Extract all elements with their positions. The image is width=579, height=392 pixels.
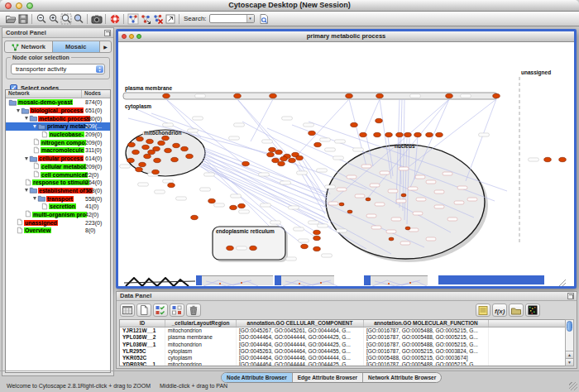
graph-node[interactable] <box>389 237 394 241</box>
tab-mosaic[interactable]: Mosaic <box>53 41 101 52</box>
zoom-fit-icon[interactable] <box>60 12 72 26</box>
graph-node[interactable] <box>301 244 309 248</box>
float-panel-icon[interactable] <box>104 30 111 36</box>
background-window-edge[interactable] <box>275 275 281 285</box>
tab-edge-attribute-browser[interactable]: Edge Attribute Browser <box>293 373 363 382</box>
graph-node[interactable] <box>493 93 500 98</box>
graph-node[interactable] <box>168 183 175 187</box>
new-attribute-button[interactable] <box>136 304 151 317</box>
scrollbar-thumb[interactable] <box>567 321 572 332</box>
view-maximize-button[interactable] <box>136 34 141 39</box>
background-window-edge[interactable] <box>364 275 371 285</box>
background-window-fragment[interactable] <box>371 275 428 285</box>
graph-node[interactable] <box>351 122 358 127</box>
graph-edge[interactable] <box>365 99 380 133</box>
plasma-membrane-region[interactable] <box>123 93 497 99</box>
color-attribute-dropdown[interactable]: transporter activity ▲▼ <box>11 64 105 74</box>
scroll-up-icon[interactable]: ▲ <box>566 351 573 358</box>
delete-attribute-button[interactable] <box>186 304 201 317</box>
graph-node[interactable] <box>154 158 161 162</box>
tree-row[interactable]: transport558(0) <box>6 194 110 203</box>
network-view-icon[interactable] <box>139 12 151 26</box>
graph-node[interactable] <box>181 146 189 151</box>
graph-node[interactable] <box>165 148 172 152</box>
graph-node[interactable] <box>227 246 234 250</box>
search-input[interactable]: ▾ <box>209 14 255 23</box>
graph-node[interactable] <box>544 157 552 161</box>
tree-row[interactable]: Overview8(0) <box>6 227 110 235</box>
graph-node[interactable] <box>278 161 285 165</box>
graph-node[interactable] <box>208 198 216 203</box>
app-titlebar[interactable]: Cytoscape Desktop (New Session) <box>0 0 579 12</box>
graph-node[interactable] <box>186 154 194 158</box>
graph-node[interactable] <box>146 139 154 143</box>
graph-node[interactable] <box>139 162 146 166</box>
graph-node[interactable] <box>376 93 384 98</box>
tab-overflow-icon[interactable]: ▶ <box>100 41 111 52</box>
graph-node[interactable] <box>376 118 383 122</box>
annotation-icon[interactable] <box>164 12 176 26</box>
graph-node[interactable] <box>366 198 371 201</box>
graph-node[interactable] <box>128 142 136 146</box>
tree-row[interactable]: nucleobase-209(0) <box>6 131 110 139</box>
background-window-fragment[interactable] <box>202 275 273 285</box>
graph-node[interactable] <box>347 210 352 213</box>
graph-node[interactable] <box>314 142 322 146</box>
graph-edge[interactable] <box>466 99 496 181</box>
graph-node[interactable] <box>173 143 180 147</box>
scroll-down-icon[interactable]: ▼ <box>566 358 573 366</box>
graph-node[interactable] <box>163 93 170 98</box>
tab-node-attribute-browser[interactable]: Node Attribute Browser <box>222 373 293 382</box>
column-header[interactable]: _cellularLayoutRegion <box>165 320 237 327</box>
graph-node[interactable] <box>414 132 422 136</box>
graph-node[interactable] <box>230 205 237 209</box>
view-resize-grip-icon[interactable] <box>557 275 568 285</box>
graph-node[interactable] <box>158 141 165 145</box>
table-row[interactable]: YJR121W__1mitochondrion[GO:0045267, GO:0… <box>120 327 566 334</box>
table-row[interactable]: YDR039C__1mitochondrion[GO:0044464, GO:0… <box>120 361 566 366</box>
graph-node[interactable] <box>401 194 406 197</box>
graph-node[interactable] <box>385 132 393 136</box>
graph-node[interactable] <box>267 152 275 156</box>
dropdown-stepper-icon[interactable]: ▲▼ <box>96 65 103 73</box>
tree-row[interactable]: mosaic-demo-yeast874(0) <box>6 98 110 107</box>
tree-row[interactable]: secretion41(0) <box>6 203 110 211</box>
tree-column-network[interactable]: Network <box>6 90 82 98</box>
graph-edge[interactable] <box>203 158 327 208</box>
unselect-attributes-button[interactable] <box>170 304 184 317</box>
graph-node[interactable] <box>313 236 321 240</box>
graph-edge[interactable] <box>204 158 284 227</box>
tree-row[interactable]: response to stimulu264(0) <box>6 179 110 187</box>
tree-row[interactable]: cell communicat22(0) <box>6 170 110 179</box>
destroy-network-icon[interactable] <box>151 12 164 26</box>
tree-row[interactable]: unassigned223(0) <box>6 218 110 227</box>
background-window-fragment[interactable] <box>281 275 334 285</box>
split-divider[interactable] <box>0 370 579 371</box>
graph-node[interactable] <box>559 157 567 161</box>
zoom-in-icon[interactable] <box>47 12 60 26</box>
view-minimize-button[interactable] <box>129 34 134 39</box>
notes-button[interactable] <box>476 304 490 317</box>
graph-node[interactable] <box>234 93 242 98</box>
graph-node[interactable] <box>171 157 179 161</box>
graph-node[interactable] <box>191 215 199 219</box>
graph-node[interactable] <box>360 132 367 136</box>
graph-node[interactable] <box>269 147 276 151</box>
network-view-window[interactable]: primary metabolic process plasma membran… <box>116 29 577 289</box>
resize-grip-icon[interactable] <box>569 382 577 390</box>
graph-node[interactable] <box>313 246 321 251</box>
graph-node[interactable] <box>242 161 250 165</box>
graph-node[interactable] <box>238 203 246 208</box>
table-row[interactable]: YPL036W__2plasma membrane[GO:0044464, GO… <box>120 334 566 341</box>
table-scrollbar[interactable]: ▲ ▼ <box>565 319 574 366</box>
formula-button[interactable]: f(x) <box>492 304 507 317</box>
graph-node[interactable] <box>144 154 151 158</box>
graph-node[interactable] <box>280 156 288 160</box>
open-folder-icon[interactable] <box>4 12 17 26</box>
graph-node[interactable] <box>250 246 257 250</box>
graph-edge[interactable] <box>203 160 269 226</box>
zoom-out-icon[interactable] <box>35 12 47 26</box>
graph-node[interactable] <box>132 150 140 154</box>
tree-row[interactable]: primary metabo209(... <box>6 122 110 131</box>
table-row[interactable]: YPL036W__1mitochondrion[GO:0044464, GO:0… <box>120 342 566 348</box>
